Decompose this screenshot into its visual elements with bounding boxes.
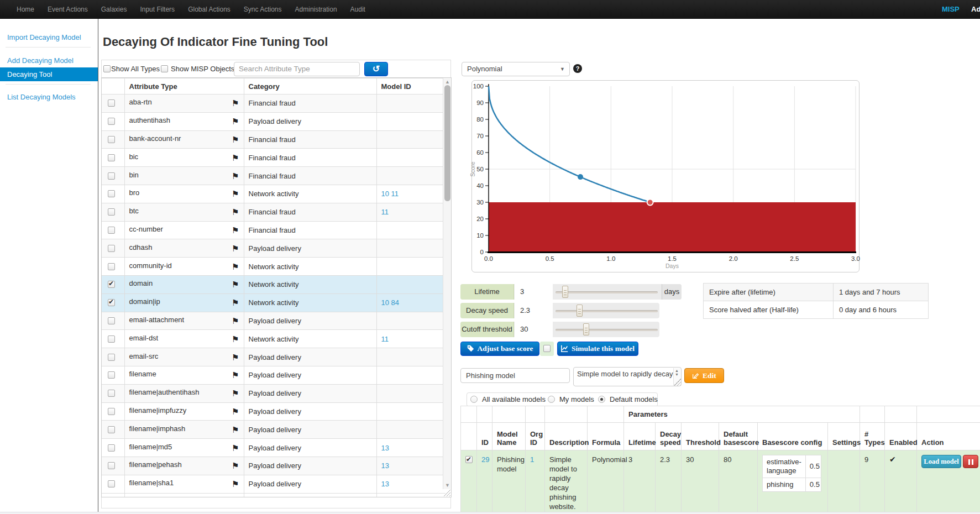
row-checkbox[interactable]	[108, 371, 115, 379]
nav-item-global-actions[interactable]: Global Actions	[181, 0, 237, 19]
row-checkbox[interactable]	[108, 408, 115, 415]
row-checkbox[interactable]	[108, 480, 115, 487]
flag-icon[interactable]: ⚑	[232, 353, 239, 363]
nav-item-event-actions[interactable]: Event Actions	[41, 0, 95, 19]
load-model-button[interactable]: Load model	[921, 455, 961, 468]
scrollbar-down-arrow[interactable]: ▼	[443, 481, 452, 489]
row-checkbox[interactable]	[108, 172, 115, 180]
search-attribute-input[interactable]: Search Attribute Type	[234, 62, 360, 76]
nav-item-galaxies[interactable]: Galaxies	[95, 0, 134, 19]
show-all-types-checkbox[interactable]	[103, 65, 111, 72]
model-id-link[interactable]: 13	[381, 480, 389, 488]
nav-item-sync-actions[interactable]: Sync Actions	[237, 0, 289, 19]
row-checkbox[interactable]	[108, 227, 115, 234]
model-id-link[interactable]: 84	[391, 298, 399, 307]
row-checkbox[interactable]	[108, 426, 115, 433]
slider-thumb[interactable]	[583, 323, 589, 335]
misp-brand-link[interactable]: MISP	[942, 0, 960, 19]
model-name-input[interactable]: Phishing model	[460, 368, 570, 383]
flag-icon[interactable]: ⚑	[232, 443, 239, 453]
radio-my-models[interactable]: My models	[548, 395, 594, 403]
row-checkbox[interactable]	[108, 136, 115, 143]
row-checkbox[interactable]	[108, 154, 115, 161]
scrollbar-up-arrow[interactable]: ▲	[443, 78, 452, 86]
scrollbar-thumb[interactable]	[444, 85, 450, 201]
flag-icon[interactable]: ⚑	[232, 407, 239, 417]
attribute-table-scroll[interactable]: Attribute TypeCategoryModel ID⚑aba-rtnFi…	[101, 77, 452, 497]
model-id-link[interactable]: 11	[391, 190, 399, 198]
row-checkbox[interactable]	[108, 99, 115, 107]
row-checkbox[interactable]	[108, 444, 115, 452]
model-id-link[interactable]: 10	[381, 298, 389, 307]
flag-icon[interactable]: ⚑	[232, 207, 239, 217]
pause-model-button[interactable]	[963, 455, 978, 468]
sidebar-item-decaying-tool[interactable]: Decaying Tool	[0, 67, 98, 81]
nav-item-administration[interactable]: Administration	[289, 0, 344, 19]
flag-icon[interactable]: ⚑	[232, 117, 239, 127]
flag-icon[interactable]: ⚑	[232, 171, 239, 181]
formula-select[interactable]: Polynomial ▼	[462, 62, 570, 76]
row-checkbox[interactable]	[108, 390, 115, 397]
radio-circle[interactable]	[548, 396, 555, 403]
nav-right-partial[interactable]: Adm	[971, 0, 980, 19]
model-id-link[interactable]: 11	[381, 335, 389, 343]
row-checkbox[interactable]	[108, 299, 115, 306]
slider-thumb[interactable]	[577, 305, 583, 317]
nav-item-audit[interactable]: Audit	[344, 0, 372, 19]
flag-icon[interactable]: ⚑	[232, 135, 239, 145]
row-checkbox[interactable]	[108, 118, 115, 125]
slider-thumb[interactable]	[562, 286, 568, 298]
flag-icon[interactable]: ⚑	[232, 461, 239, 471]
flag-icon[interactable]: ⚑	[232, 298, 239, 308]
row-checkbox[interactable]	[108, 335, 115, 343]
radio-circle[interactable]	[598, 396, 605, 403]
sidebar-item-list-decaying-models[interactable]: List Decaying Models	[0, 90, 98, 104]
row-checkbox[interactable]	[108, 354, 115, 361]
model-id-link[interactable]: 13	[381, 444, 389, 452]
slider-value-input[interactable]: 30	[515, 322, 553, 337]
refresh-button[interactable]: ↺	[364, 62, 388, 76]
adjust-base-score-button[interactable]: Adjust base score	[460, 342, 539, 356]
sidebar-item-import-decaying-model[interactable]: Import Decaying Model	[0, 30, 98, 44]
simulate-model-button[interactable]: Simulate this model	[557, 342, 638, 356]
model-row-checkbox[interactable]	[465, 456, 473, 463]
flag-icon[interactable]: ⚑	[232, 262, 239, 272]
row-checkbox[interactable]	[108, 190, 115, 197]
flag-icon[interactable]: ⚑	[232, 280, 239, 290]
slider-track[interactable]	[555, 291, 658, 293]
model-id-link[interactable]: 10	[381, 190, 389, 198]
help-icon[interactable]: ?	[573, 64, 582, 73]
flag-icon[interactable]: ⚑	[232, 225, 239, 235]
decay-chart[interactable]: 01020304050607080901000.00.51.01.52.02.5…	[472, 81, 859, 272]
flag-icon[interactable]: ⚑	[232, 389, 239, 398]
row-checkbox[interactable]	[108, 462, 115, 469]
slider-track[interactable]	[555, 310, 658, 312]
resize-grip[interactable]	[443, 489, 450, 496]
radio-default-models[interactable]: Default models	[598, 395, 658, 403]
nav-item-home[interactable]: Home	[10, 0, 41, 19]
row-checkbox[interactable]	[108, 281, 115, 288]
textarea-resize-grip[interactable]	[674, 379, 681, 386]
nav-item-input-filters[interactable]: Input Filters	[133, 0, 181, 19]
slider-track[interactable]	[555, 329, 658, 331]
attribute-table-scrollbar[interactable]: ▲ ▼	[443, 78, 451, 489]
flag-icon[interactable]: ⚑	[232, 244, 239, 254]
adjust-base-score-checkbox[interactable]	[543, 345, 551, 352]
flag-icon[interactable]: ⚑	[232, 189, 239, 199]
flag-icon[interactable]: ⚑	[232, 370, 239, 380]
slider-value-input[interactable]: 3	[515, 284, 553, 300]
flag-icon[interactable]: ⚑	[232, 334, 239, 344]
radio-circle[interactable]	[470, 396, 478, 403]
slider-value-input[interactable]: 2.3	[515, 303, 553, 318]
sidebar-item-add-decaying-model[interactable]: Add Decaying Model	[0, 54, 98, 67]
row-checkbox[interactable]	[108, 317, 115, 324]
flag-icon[interactable]: ⚑	[232, 425, 239, 435]
flag-icon[interactable]: ⚑	[232, 316, 239, 326]
show-misp-objects-checkbox[interactable]	[161, 65, 168, 72]
edit-model-button[interactable]: Edit	[684, 368, 724, 383]
row-checkbox[interactable]	[108, 208, 115, 216]
model-id-link[interactable]: 29	[481, 455, 489, 464]
radio-all-available-models[interactable]: All available models	[470, 395, 546, 403]
org-id-link[interactable]: 1	[530, 455, 534, 464]
flag-icon[interactable]: ⚑	[232, 153, 239, 163]
